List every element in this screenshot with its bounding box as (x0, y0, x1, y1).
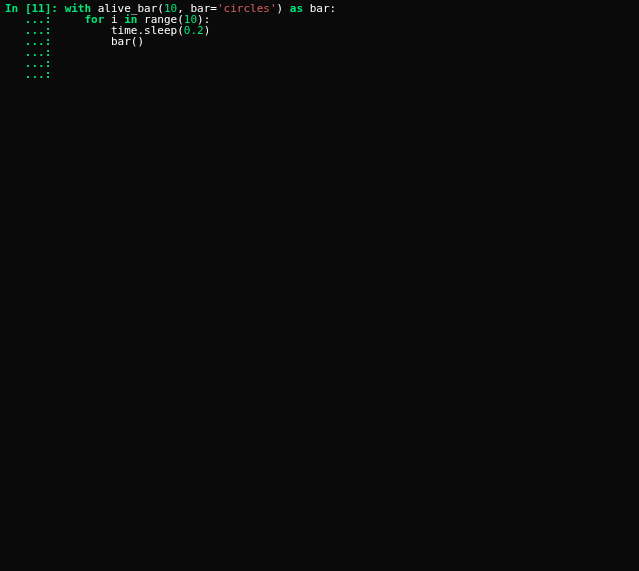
prompt-continuation: ...: (5, 68, 58, 81)
function-bar: bar (111, 35, 131, 48)
code-line-blank: ...: (5, 58, 634, 69)
colon: : (330, 2, 337, 15)
keyword-as: as (290, 2, 303, 15)
variable: bar (310, 2, 330, 15)
space (303, 2, 310, 15)
terminal-output: In [11]: with alive_bar(10, bar='circles… (5, 3, 634, 80)
rparen: ) (137, 35, 144, 48)
lparen: ( (177, 24, 184, 37)
code-line-blank: ...: (5, 47, 634, 58)
code-line-4: ...: bar() (5, 36, 634, 47)
function-sleep: sleep (144, 24, 177, 37)
string-literal: 'circles' (217, 2, 277, 15)
code-line-blank: ...: (5, 69, 634, 80)
space (283, 2, 290, 15)
number-literal: 0.2 (184, 24, 204, 37)
equals: = (210, 2, 217, 15)
rparen: ) (204, 24, 211, 37)
indent (58, 35, 111, 48)
